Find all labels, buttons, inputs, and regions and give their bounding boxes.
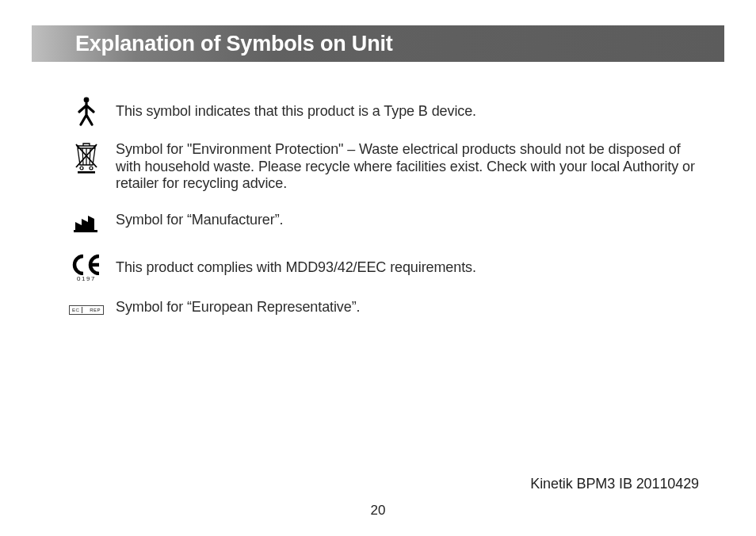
manufacturer-icon [57,207,116,239]
svg-point-0 [84,98,90,103]
svg-rect-6 [74,230,97,232]
symbol-row: EC REP Symbol for “European Representati… [57,299,707,318]
symbol-row: Symbol for “Manufacturer”. [57,207,707,239]
ce-mark-icon: 0197 [57,253,116,285]
ec-rep-left: EC [70,308,82,312]
page-number: 20 [371,503,386,519]
section-heading: Explanation of Symbols on Unit [32,32,393,56]
symbol-description: Symbol for "Environment Protection" – Wa… [116,141,707,193]
ce-number: 0197 [77,275,96,282]
ec-rep-right: REP [87,308,103,312]
symbol-row: 0197 This product complies with MDD93/42… [57,253,707,285]
symbol-description: Symbol for “Manufacturer”. [116,207,283,229]
symbol-description: This symbol indicates that this product … [116,95,476,121]
symbol-row: Symbol for "Environment Protection" – Wa… [57,141,707,193]
section-heading-bar: Explanation of Symbols on Unit [32,25,724,62]
svg-point-1 [80,167,83,170]
symbol-row: This symbol indicates that this product … [57,95,707,127]
type-b-icon [57,95,116,127]
weee-icon [57,141,116,174]
symbol-description: This product complies with MDD93/42/EEC … [116,253,476,277]
svg-point-2 [90,167,93,170]
symbol-description: Symbol for “European Representative”. [116,299,360,316]
symbol-list: This symbol indicates that this product … [0,62,756,318]
svg-rect-5 [78,171,95,174]
ec-rep-icon: EC REP [57,302,116,318]
document-code: Kinetik BPM3 IB 20110429 [530,476,699,492]
